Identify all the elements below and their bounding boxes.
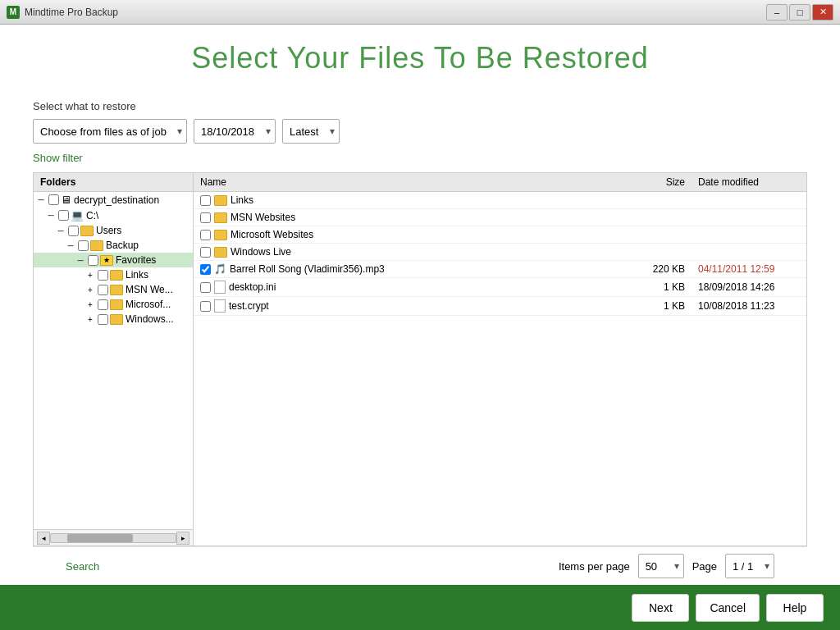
table-row[interactable]: desktop.ini 1 KB 18/09/2018 14:26 — [194, 278, 806, 297]
file-date-cell — [692, 209, 806, 226]
col-size-header: Size — [634, 173, 692, 192]
tree-label: C:\ — [86, 210, 98, 221]
tree-item-backup[interactable]: ─ Backup — [34, 238, 193, 253]
bottom-bar: Search Items per page 10 25 50 100 Page … — [33, 546, 807, 585]
date-dropdown-wrapper[interactable]: 18/10/2018 — [194, 119, 276, 144]
scroll-left-arrow[interactable]: ◂ — [37, 532, 50, 545]
date-dropdown[interactable]: 18/10/2018 — [194, 119, 276, 144]
file-checkbox[interactable] — [200, 282, 211, 293]
next-button[interactable]: Next — [632, 594, 689, 622]
scroll-thumb[interactable] — [67, 534, 133, 542]
file-checkbox[interactable] — [200, 264, 211, 275]
tree-item-users[interactable]: ─ Users — [34, 223, 193, 238]
tree-item-decrypt-destination[interactable]: ─ 🖥 decrypt_destination — [34, 192, 193, 208]
file-name: Microsoft Websites — [231, 229, 313, 240]
expander-icon[interactable]: ─ — [45, 210, 57, 221]
page-dropdown[interactable]: 1 / 1 — [725, 554, 774, 578]
tree-item-favorites[interactable]: ─ ★ Favorites — [34, 253, 193, 267]
scroll-right-arrow[interactable]: ▸ — [176, 532, 189, 545]
expander-icon[interactable]: + — [84, 299, 96, 310]
window-controls: – □ ✕ — [766, 4, 833, 21]
tree-checkbox[interactable] — [98, 299, 108, 310]
expander-icon[interactable]: + — [84, 269, 96, 281]
tree-checkbox[interactable] — [58, 210, 69, 221]
tree-checkbox[interactable] — [68, 226, 79, 236]
expander-icon[interactable]: ─ — [35, 194, 47, 206]
folder-icon — [110, 285, 123, 295]
expander-icon[interactable]: ─ — [55, 225, 66, 236]
tree-item-links[interactable]: + Links — [34, 267, 193, 282]
file-checkbox[interactable] — [200, 247, 211, 258]
tree-checkbox[interactable] — [98, 285, 108, 295]
files-as-of-job-dropdown-wrapper[interactable]: Choose from files as of job — [33, 119, 187, 144]
file-name-cell: Links — [194, 192, 634, 209]
file-checkbox[interactable] — [200, 230, 211, 240]
file-name: Barrel Roll Song (Vladimir356).mp3 — [230, 263, 385, 275]
table-row[interactable]: Microsoft Websites — [194, 226, 806, 244]
minimize-button[interactable]: – — [766, 4, 788, 21]
tree-checkbox[interactable] — [88, 255, 98, 266]
app-icon: M — [7, 6, 20, 19]
file-checkbox[interactable] — [200, 212, 211, 223]
show-filter-link[interactable]: Show filter — [33, 152, 807, 164]
table-row[interactable]: Links — [194, 192, 806, 209]
tree-label: Backup — [106, 240, 139, 251]
expander-icon[interactable]: ─ — [65, 240, 76, 251]
file-browser: Folders ─ 🖥 decrypt_destination ─ 💻 C:\ — [33, 172, 807, 546]
tree-label: MSN We... — [126, 284, 173, 295]
music-file-icon: 🎵 — [214, 263, 226, 275]
file-table-header: Name Size Date modified — [194, 173, 806, 192]
page-dropdown-wrapper[interactable]: 1 / 1 — [725, 554, 774, 578]
folder-icon — [110, 314, 123, 325]
table-row[interactable]: Windows Live — [194, 244, 806, 261]
file-checkbox[interactable] — [200, 301, 211, 312]
tree-scrollbar[interactable]: ◂ ▸ — [34, 529, 193, 546]
file-name: Windows Live — [231, 246, 291, 258]
file-size-cell — [634, 209, 692, 226]
items-per-page-dropdown-wrapper[interactable]: 10 25 50 100 — [638, 554, 684, 578]
table-row[interactable]: MSN Websites — [194, 209, 806, 226]
file-size-cell — [634, 244, 692, 261]
file-size-cell: 220 KB — [634, 261, 692, 278]
items-per-page-dropdown[interactable]: 10 25 50 100 — [638, 554, 684, 578]
file-name-cell: Microsoft Websites — [194, 226, 634, 244]
expander-icon[interactable]: ─ — [75, 254, 86, 266]
folder-icon — [214, 195, 227, 206]
page-label: Page — [692, 560, 717, 573]
tree-checkbox[interactable] — [98, 314, 108, 325]
search-link[interactable]: Search — [66, 560, 99, 573]
tree-item-msn-websites[interactable]: + MSN We... — [34, 282, 193, 297]
tree-item-c-drive[interactable]: ─ 💻 C:\ — [34, 208, 193, 223]
file-table-body: Links MSN Websites — [194, 192, 806, 316]
table-row[interactable]: test.crypt 1 KB 10/08/2018 11:23 — [194, 297, 806, 316]
latest-dropdown-wrapper[interactable]: Latest — [282, 119, 340, 144]
help-button[interactable]: Help — [766, 594, 824, 622]
tree-checkbox[interactable] — [78, 240, 89, 251]
col-name-header: Name — [194, 173, 634, 192]
folder-star-icon: ★ — [100, 255, 113, 266]
tree-item-microsoft[interactable]: + Microsof... — [34, 297, 193, 312]
file-size-cell — [634, 226, 692, 244]
file-checkbox[interactable] — [200, 195, 211, 206]
maximize-button[interactable]: □ — [789, 4, 810, 21]
tree-scroll-wrapper[interactable]: ─ 🖥 decrypt_destination ─ 💻 C:\ ─ — [34, 192, 193, 529]
generic-file-icon — [214, 299, 226, 313]
tree-checkbox[interactable] — [48, 194, 59, 205]
select-label: Select what to restore — [33, 100, 807, 112]
computer-icon: 🖥 — [61, 194, 71, 206]
latest-dropdown[interactable]: Latest — [282, 119, 340, 144]
files-as-of-job-dropdown[interactable]: Choose from files as of job — [33, 119, 187, 144]
drive-icon: 💻 — [71, 209, 84, 221]
tree-label: Users — [96, 225, 121, 236]
close-button[interactable]: ✕ — [812, 4, 833, 21]
expander-icon[interactable]: + — [84, 284, 96, 295]
file-date-cell — [692, 244, 806, 261]
scroll-track[interactable] — [50, 533, 176, 543]
file-name: desktop.ini — [229, 281, 276, 293]
cancel-button[interactable]: Cancel — [696, 594, 760, 622]
table-row[interactable]: 🎵 Barrel Roll Song (Vladimir356).mp3 220… — [194, 261, 806, 278]
tree-checkbox[interactable] — [98, 270, 108, 281]
expander-icon[interactable]: + — [84, 313, 96, 325]
page-title: Select Your Files To Be Restored — [33, 41, 807, 75]
tree-item-windows[interactable]: + Windows... — [34, 312, 193, 326]
